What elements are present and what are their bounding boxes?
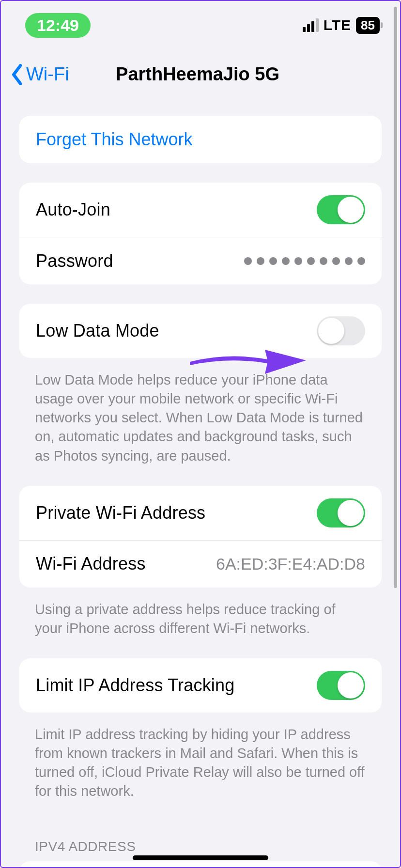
limit-ip-label: Limit IP Address Tracking	[36, 675, 235, 696]
battery-indicator: 85	[356, 17, 380, 34]
private-addr-section: Private Wi-Fi Address Wi-Fi Address 6A:E…	[19, 486, 382, 588]
private-wifi-label: Private Wi-Fi Address	[36, 503, 205, 523]
chevron-left-icon	[11, 64, 24, 85]
wifi-address-value: 6A:ED:3F:E4:AD:D8	[216, 555, 365, 574]
auto-join-row[interactable]: Auto-Join	[19, 183, 382, 237]
join-section: Auto-Join Password	[19, 183, 382, 284]
configure-ip-row[interactable]: Configure IP Automatic	[19, 861, 382, 868]
private-addr-footer: Using a private address helps reduce tra…	[1, 594, 400, 658]
low-data-row[interactable]: Low Data Mode	[19, 304, 382, 358]
password-label: Password	[36, 251, 113, 271]
low-data-footer: Low Data Mode helps reduce your iPhone d…	[1, 365, 400, 486]
nav-bar: Wi-Fi ParthHeemaJio 5G	[1, 49, 400, 109]
password-row[interactable]: Password	[19, 237, 382, 284]
back-label: Wi-Fi	[26, 64, 69, 85]
private-wifi-toggle[interactable]	[317, 498, 365, 527]
status-right: LTE 85	[303, 17, 380, 34]
auto-join-toggle[interactable]	[317, 195, 365, 224]
wifi-address-row[interactable]: Wi-Fi Address 6A:ED:3F:E4:AD:D8	[19, 540, 382, 588]
wifi-address-label: Wi-Fi Address	[36, 554, 146, 574]
network-type-label: LTE	[324, 17, 351, 33]
cellular-signal-icon	[303, 18, 319, 32]
limit-ip-section: Limit IP Address Tracking	[19, 658, 382, 713]
limit-ip-row[interactable]: Limit IP Address Tracking	[19, 658, 382, 713]
low-data-label: Low Data Mode	[36, 321, 159, 341]
status-time-pill[interactable]: 12:49	[25, 13, 91, 38]
auto-join-label: Auto-Join	[36, 200, 110, 220]
scroll-indicator[interactable]	[394, 7, 397, 588]
back-button[interactable]: Wi-Fi	[11, 64, 69, 85]
low-data-toggle[interactable]	[317, 316, 365, 345]
forget-network-label: Forget This Network	[36, 129, 192, 150]
private-wifi-row[interactable]: Private Wi-Fi Address	[19, 486, 382, 540]
limit-ip-footer: Limit IP address tracking by hiding your…	[1, 719, 400, 822]
password-dots	[244, 257, 365, 265]
forget-network-button[interactable]: Forget This Network	[19, 116, 382, 163]
limit-ip-toggle[interactable]	[317, 671, 365, 700]
low-data-section: Low Data Mode	[19, 304, 382, 358]
forget-section: Forget This Network	[19, 116, 382, 163]
home-indicator[interactable]	[133, 855, 268, 860]
ipv4-section: Configure IP Automatic IP Address 192.16…	[19, 861, 382, 868]
status-bar: 12:49 LTE 85	[1, 1, 400, 49]
